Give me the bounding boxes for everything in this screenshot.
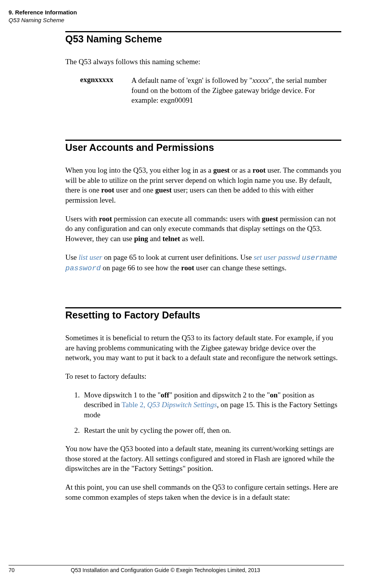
link-dipswitch-settings[interactable]: Q53 Dipswitch Settings — [147, 401, 217, 409]
bold-text: root — [99, 215, 112, 223]
header-section: Q53 Naming Scheme — [9, 16, 77, 24]
bold-text: off — [161, 391, 169, 399]
bold-text: root — [181, 264, 194, 272]
bold-text: ping — [134, 234, 148, 243]
factory-p4: At this point, you can use shell command… — [65, 482, 341, 502]
factory-step-2: Restart the unit by cycling the power of… — [82, 425, 341, 436]
text: Move dipswitch 1 to the " — [84, 391, 161, 399]
section-rule — [65, 140, 341, 141]
definition-row: exgnxxxxx A default name of 'exgn' is fo… — [65, 75, 341, 105]
text: on page 65 to look at current user defin… — [102, 253, 253, 261]
section-rule — [65, 31, 341, 32]
factory-steps: Move dipswitch 1 to the "off" position a… — [65, 390, 341, 436]
bold-text: telnet — [162, 234, 180, 243]
desc-italic: xxxxx — [252, 76, 269, 84]
text: user can change these settings. — [194, 264, 286, 272]
heading-factory-defaults: Resetting to Factory Defaults — [65, 309, 341, 321]
text: permission can execute all commands: use… — [112, 215, 262, 223]
user-accounts-p2: Users with root permission can execute a… — [65, 214, 341, 244]
text: user and one — [114, 186, 155, 194]
text: and — [148, 234, 162, 243]
factory-p2: To reset to factory defaults: — [65, 371, 341, 382]
naming-intro: The Q53 always follows this naming schem… — [65, 57, 341, 67]
definition-term: exgnxxxxx — [65, 75, 131, 105]
section-rule — [65, 307, 341, 308]
bold-text: guest — [155, 186, 171, 194]
running-header: 9. Reference Information Q53 Naming Sche… — [9, 9, 77, 24]
text: Users with — [65, 215, 99, 223]
factory-p1: Sometimes it is beneficial to return the… — [65, 333, 341, 363]
footer: 70 Q53 Installation and Configuration Gu… — [9, 565, 344, 573]
page: 9. Reference Information Q53 Naming Sche… — [0, 0, 379, 588]
definition-description: A default name of 'exgn' is followed by … — [131, 75, 341, 105]
bold-text: on — [270, 391, 278, 399]
bold-text: guest — [213, 166, 229, 174]
user-accounts-p1: When you log into the Q53, you either lo… — [65, 165, 341, 205]
link-list-user[interactable]: list user — [79, 253, 102, 261]
text: When you log into the Q53, you either lo… — [65, 166, 213, 174]
text: or as a — [230, 166, 253, 174]
page-number: 70 — [9, 567, 59, 573]
user-accounts-p3: Use list user on page 65 to look at curr… — [65, 252, 341, 274]
bold-text: root — [101, 186, 114, 194]
bold-text: guest — [262, 215, 278, 223]
desc-part: A default name of 'exgn' is followed by … — [131, 76, 252, 84]
link-set-user-passwd[interactable]: set user passwd — [253, 253, 302, 261]
content-area: Q53 Naming Scheme The Q53 always follows… — [65, 31, 341, 502]
text: on page 66 to see how the — [101, 264, 181, 272]
spacer — [65, 115, 341, 129]
link-table-2[interactable]: Table 2, — [122, 401, 147, 409]
factory-step-1: Move dipswitch 1 to the "off" position a… — [82, 390, 341, 420]
factory-p3: You now have the Q53 booted into a defau… — [65, 444, 341, 474]
heading-naming-scheme: Q53 Naming Scheme — [65, 33, 341, 45]
heading-user-accounts: User Accounts and Permissions — [65, 142, 341, 154]
text: Use — [65, 253, 79, 261]
bold-text: root — [253, 166, 265, 174]
footer-text: Q53 Installation and Configuration Guide… — [59, 567, 344, 573]
spacer — [65, 282, 341, 296]
text: " position and dipswitch 2 to the " — [169, 391, 270, 399]
header-chapter: 9. Reference Information — [9, 9, 77, 16]
text: as well. — [180, 234, 204, 243]
